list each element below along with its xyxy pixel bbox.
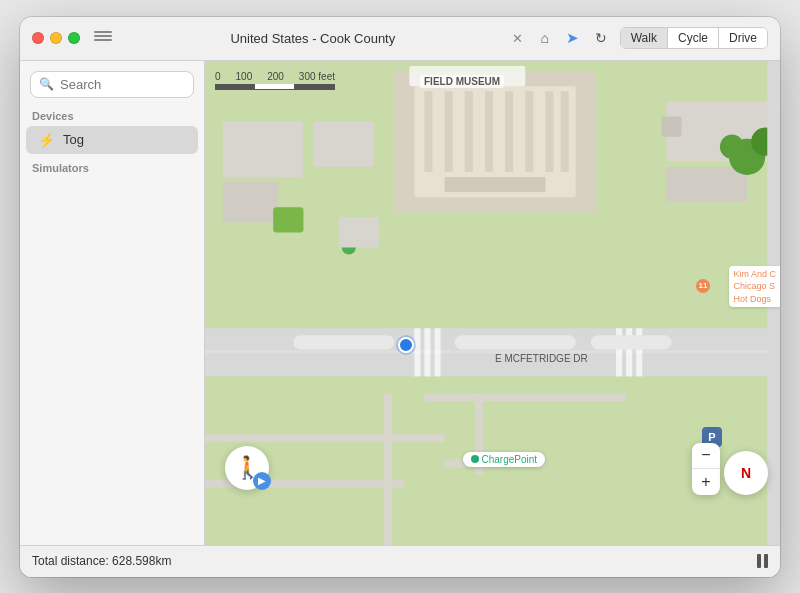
direction-arrow-overlay: ▶ [253,472,271,490]
simulators-section-label: Simulators [20,154,204,178]
walk-mode-button[interactable]: Walk [621,28,668,48]
svg-rect-5 [445,176,546,191]
app-window: United States - Cook County ✕ ⌂ ➤ ↻ Walk… [20,17,780,577]
kim-restaurant-number: 11 [696,279,710,293]
pause-bar-right [764,554,768,568]
zoom-in-button[interactable]: + [692,469,720,495]
svg-rect-39 [205,434,445,442]
field-museum-label: FIELD MUSEUM [420,75,504,88]
svg-rect-15 [223,182,278,222]
close-icon[interactable]: ✕ [510,30,526,46]
home-icon[interactable]: ⌂ [536,29,554,47]
titlebar-controls: ✕ ⌂ ➤ ↻ Walk Cycle Drive [510,27,768,49]
svg-rect-13 [561,91,569,172]
fullscreen-button[interactable] [68,32,80,44]
cycle-mode-button[interactable]: Cycle [668,28,719,48]
user-location-dot [398,337,414,353]
svg-rect-36 [293,335,394,349]
map-area[interactable]: FIELD MUSEUM 0 100 200 300 feet E MCFETR… [205,61,780,545]
svg-rect-17 [273,207,303,232]
svg-rect-38 [384,393,392,544]
pause-button[interactable] [757,554,768,568]
minimize-button[interactable] [50,32,62,44]
svg-rect-6 [424,91,432,172]
svg-point-25 [720,134,744,158]
zoom-controls: − + [692,443,720,495]
scale-0: 0 [215,71,221,82]
device-name: Tog [63,132,84,147]
mode-buttons: Walk Cycle Drive [620,27,768,49]
device-item-tog[interactable]: ⚡ Tog [26,126,198,154]
svg-rect-10 [505,91,513,172]
sidebar-toggle-button[interactable] [94,31,112,45]
status-bar: Total distance: 628.598km [20,545,780,577]
device-icon: ⚡ [38,132,55,148]
svg-rect-34 [455,335,576,349]
location-arrow-icon[interactable]: ➤ [564,29,582,47]
search-bar[interactable]: 🔍 [30,71,194,98]
sidebar: 🔍 Devices ⚡ Tog Simulators [20,61,205,545]
svg-rect-16 [314,121,374,166]
zoom-out-button[interactable]: − [692,443,720,469]
svg-rect-28 [414,328,420,376]
street-label: E MCFETRIDGE DR [495,353,588,364]
content-area: 🔍 Devices ⚡ Tog Simulators [20,61,780,545]
traffic-lights [32,32,80,44]
pause-bar-left [757,554,761,568]
chargepoint-dot [471,455,479,463]
kim-restaurant-label: Kim And C Chicago S Hot Dogs [729,266,780,308]
compass[interactable]: N [724,451,768,495]
drive-mode-button[interactable]: Drive [719,28,767,48]
svg-rect-11 [525,91,533,172]
svg-rect-9 [485,91,493,172]
svg-rect-12 [545,91,553,172]
svg-rect-7 [445,91,453,172]
scale-200: 200 [267,71,284,82]
svg-rect-21 [666,166,747,201]
svg-rect-41 [424,393,626,401]
svg-rect-19 [339,217,379,247]
svg-rect-8 [465,91,473,172]
chargepoint-label: ChargePoint [463,452,546,467]
svg-rect-29 [424,328,430,376]
devices-section-label: Devices [20,106,204,126]
svg-rect-30 [435,328,441,376]
compass-n-label: N [741,465,751,481]
scale-300: 300 feet [299,71,335,82]
svg-rect-35 [591,335,672,349]
scale-bar: 0 100 200 300 feet [215,71,335,90]
titlebar: United States - Cook County ✕ ⌂ ➤ ↻ Walk… [20,17,780,61]
distance-text: Total distance: 628.598km [32,554,757,568]
search-icon: 🔍 [39,77,54,91]
window-title: United States - Cook County [124,31,502,46]
svg-rect-14 [223,121,304,176]
close-button[interactable] [32,32,44,44]
svg-rect-27 [205,350,780,353]
search-input[interactable] [60,77,185,92]
scale-line [215,84,335,90]
refresh-icon[interactable]: ↻ [592,29,610,47]
svg-rect-22 [661,116,681,136]
scale-100: 100 [236,71,253,82]
